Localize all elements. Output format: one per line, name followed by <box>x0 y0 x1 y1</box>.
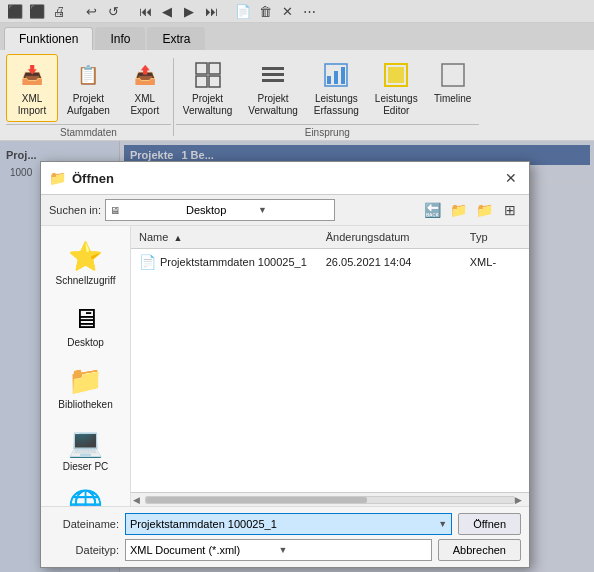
desktop-icon: 🖥 <box>72 302 100 335</box>
nav-desktop[interactable]: 🖥 Desktop <box>41 296 130 354</box>
filename-row: Dateiname: Projektstammdaten 100025_1 ▼ … <box>49 513 521 535</box>
dialog-folder-icon: 📁 <box>49 170 66 186</box>
timeline-label: Timeline <box>434 93 471 105</box>
dieser-pc-label: Dieser PC <box>63 461 109 472</box>
app-icon-close[interactable]: ✕ <box>278 2 296 20</box>
svg-rect-3 <box>209 76 220 87</box>
desktop-label: Desktop <box>67 337 104 348</box>
nav-dieser-pc[interactable]: 💻 Dieser PC <box>41 420 130 478</box>
filetype-label: Dateityp: <box>49 544 119 556</box>
btn-xml-export[interactable]: 📤 XMLExport <box>119 54 171 122</box>
cancel-button[interactable]: Abbrechen <box>438 539 521 561</box>
app-icon-delete[interactable]: 🗑 <box>256 2 274 20</box>
nav-bibliotheken[interactable]: 📁 Bibliotheken <box>41 358 130 416</box>
col-date[interactable]: Änderungsdatum <box>318 228 462 246</box>
xml-import-icon: 📥 <box>16 59 48 91</box>
app-icon-last[interactable]: ⏭ <box>202 2 220 20</box>
projekt-verwaltung-icon <box>192 59 224 91</box>
horizontal-scrollbar[interactable]: ◀ ▶ <box>131 492 529 506</box>
open-dialog: 📁 Öffnen ✕ Suchen in: 🖥 Desktop ▼ 🔙 📁 📁 … <box>40 161 530 568</box>
file-date-1: 26.05.2021 14:04 <box>318 254 462 270</box>
dialog-file-area: Name ▲ Änderungsdatum Typ 📄 Projektstamm… <box>131 226 529 506</box>
app-icon-print[interactable]: 🖨 <box>50 2 68 20</box>
einsprung-group-label: Einsprung <box>176 124 479 140</box>
scroll-right-btn[interactable]: ▶ <box>515 495 527 505</box>
svg-rect-12 <box>388 67 404 83</box>
svg-rect-5 <box>262 73 284 76</box>
tab-extra[interactable]: Extra <box>147 27 205 50</box>
search-in-label: Suchen in: <box>49 204 101 216</box>
app-icon-sep3 <box>224 2 230 20</box>
svg-rect-6 <box>262 79 284 82</box>
tab-funktionen[interactable]: Funktionen <box>4 27 93 50</box>
toolbar-back-icon[interactable]: 🔙 <box>421 199 443 221</box>
search-location-value: Desktop <box>186 204 258 216</box>
app-icon-1[interactable]: ⬛ <box>6 2 24 20</box>
toolbar-group-stammdaten: 📥 XMLImport 📋 ProjektAufgaben 📤 XMLExpor… <box>6 54 171 140</box>
toolbar-up-icon[interactable]: 📁 <box>447 199 469 221</box>
toolbar-area: Funktionen Info Extra 📥 XMLImport 📋 Proj… <box>0 23 594 141</box>
filename-dropdown-icon[interactable]: ▼ <box>438 519 447 529</box>
dialog-content: ⭐ Schnellzugriff 🖥 Desktop 📁 Bibliotheke… <box>41 226 529 506</box>
scrollbar-track[interactable] <box>145 496 515 504</box>
btn-leistungs-erfassung[interactable]: LeistungsErfassung <box>307 54 366 122</box>
col-type[interactable]: Typ <box>462 228 529 246</box>
nav-schnellzugriff[interactable]: ⭐ Schnellzugriff <box>41 234 130 292</box>
netzwerk-icon: 🌐 <box>68 488 103 506</box>
filename-value: Projektstammdaten 100025_1 <box>130 518 277 530</box>
file-list-header: Name ▲ Änderungsdatum Typ <box>131 226 529 249</box>
open-button[interactable]: Öffnen <box>458 513 521 535</box>
filetype-arrow-icon: ▼ <box>278 545 426 555</box>
leistungs-editor-label: LeistungsEditor <box>375 93 418 117</box>
combo-arrow-icon: ▼ <box>258 205 330 215</box>
dialog-titlebar: 📁 Öffnen ✕ <box>41 162 529 195</box>
btn-projekt-aufgaben[interactable]: 📋 ProjektAufgaben <box>60 54 117 122</box>
file-xml-icon: 📄 <box>139 254 156 270</box>
file-item-1[interactable]: 📄 Projektstammdaten 100025_1 26.05.2021 … <box>131 249 529 275</box>
btn-xml-import[interactable]: 📥 XMLImport <box>6 54 58 122</box>
svg-rect-2 <box>196 76 207 87</box>
btn-projekt-verwaltung2[interactable]: ProjektVerwaltung <box>241 54 304 122</box>
filename-input[interactable]: Projektstammdaten 100025_1 ▼ <box>125 513 452 535</box>
toolbar-tabs: Funktionen Info Extra <box>0 23 594 50</box>
projekt-verwaltung-label: ProjektVerwaltung <box>183 93 232 117</box>
filetype-combo[interactable]: XML Document (*.xml) ▼ <box>125 539 432 561</box>
app-icon-2[interactable]: ⬛ <box>28 2 46 20</box>
toolbar-new-folder-icon[interactable]: 📁 <box>473 199 495 221</box>
app-icon-bar: ⬛ ⬛ 🖨 ↩ ↺ ⏮ ◀ ▶ ⏭ 📄 🗑 ✕ ⋯ <box>0 0 594 23</box>
desktop-folder-icon: 🖥 <box>110 205 182 216</box>
bibliotheken-label: Bibliotheken <box>58 399 112 410</box>
app-icon-sep1 <box>72 2 78 20</box>
schnellzugriff-icon: ⭐ <box>68 240 103 273</box>
scroll-left-btn[interactable]: ◀ <box>133 495 145 505</box>
dialog-close-button[interactable]: ✕ <box>501 168 521 188</box>
svg-rect-13 <box>442 64 464 86</box>
toolbar-sep-1 <box>173 58 174 136</box>
svg-rect-4 <box>262 67 284 70</box>
btn-leistungs-editor[interactable]: LeistungsEditor <box>368 54 425 122</box>
col-name[interactable]: Name ▲ <box>131 228 318 246</box>
toolbar-view-icon[interactable]: ⊞ <box>499 199 521 221</box>
btn-projekt-verwaltung[interactable]: ProjektVerwaltung <box>176 54 239 122</box>
file-list-body: 📄 Projektstammdaten 100025_1 26.05.2021 … <box>131 249 529 492</box>
svg-rect-10 <box>341 67 345 84</box>
svg-rect-1 <box>209 63 220 74</box>
app-icon-prev[interactable]: ◀ <box>158 2 176 20</box>
file-name-1: Projektstammdaten 100025_1 <box>160 256 307 268</box>
leistungs-erfassung-icon <box>320 59 352 91</box>
schnellzugriff-label: Schnellzugriff <box>56 275 116 286</box>
stammdaten-group-label: Stammdaten <box>6 124 171 140</box>
search-location-combo[interactable]: 🖥 Desktop ▼ <box>105 199 335 221</box>
app-icon-first[interactable]: ⏮ <box>136 2 154 20</box>
app-icon-undo[interactable]: ↩ <box>82 2 100 20</box>
btn-timeline[interactable]: Timeline <box>427 54 479 122</box>
nav-netzwerk[interactable]: 🌐 Netzwerk <box>41 482 130 506</box>
dialog-footer: Dateiname: Projektstammdaten 100025_1 ▼ … <box>41 506 529 567</box>
app-icon-next[interactable]: ▶ <box>180 2 198 20</box>
tab-info[interactable]: Info <box>95 27 145 50</box>
app-icon-redo[interactable]: ↺ <box>104 2 122 20</box>
app-icon-doc[interactable]: 📄 <box>234 2 252 20</box>
bibliotheken-icon: 📁 <box>68 364 103 397</box>
filename-label: Dateiname: <box>49 518 119 530</box>
app-icon-more[interactable]: ⋯ <box>300 2 318 20</box>
